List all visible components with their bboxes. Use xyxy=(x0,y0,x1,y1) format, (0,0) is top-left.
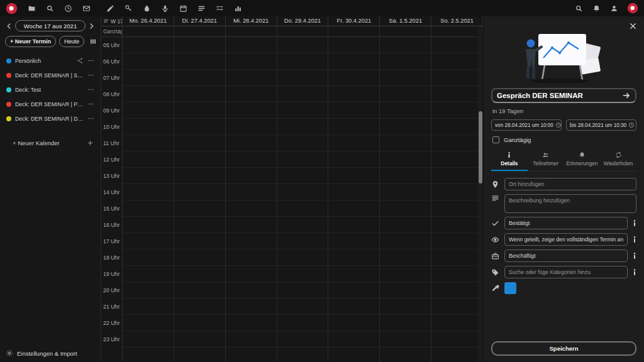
calendar-cell[interactable] xyxy=(277,135,329,151)
more-options-icon[interactable] xyxy=(87,101,94,107)
calendar-cell[interactable] xyxy=(277,331,329,348)
calendar-cell[interactable] xyxy=(431,250,483,266)
calendar-cell[interactable] xyxy=(277,282,329,299)
tab-teilnehmer[interactable]: Teilnehmer xyxy=(528,148,564,171)
calendar-cell[interactable] xyxy=(123,200,174,217)
bell-icon[interactable] xyxy=(592,4,601,13)
pencil-icon[interactable] xyxy=(106,4,114,13)
calendar-cell[interactable] xyxy=(174,200,226,217)
start-datetime-field[interactable]: von 28.04.2021 um 10:00 xyxy=(491,119,562,131)
calendar-cell[interactable] xyxy=(277,86,329,102)
calendar-cell[interactable] xyxy=(380,250,431,266)
calendar-cell[interactable] xyxy=(226,331,277,348)
calendar-cell[interactable] xyxy=(226,250,277,266)
calendar-cell[interactable] xyxy=(174,168,226,184)
calendar-cell[interactable] xyxy=(431,53,483,70)
calendar-cell[interactable] xyxy=(226,53,277,70)
calendar-cell[interactable] xyxy=(226,266,277,282)
calendar-cell[interactable] xyxy=(328,53,380,70)
allday-cell[interactable] xyxy=(431,26,483,36)
calendar-cell[interactable] xyxy=(431,70,483,86)
calendar-cell[interactable] xyxy=(226,217,277,233)
calendar-cell[interactable] xyxy=(123,53,174,70)
calendar-cell[interactable] xyxy=(380,53,431,70)
calendar-cell[interactable] xyxy=(380,315,431,331)
calendar-cell[interactable] xyxy=(328,70,380,86)
calendar-cell[interactable] xyxy=(431,331,483,348)
calendar-cell[interactable] xyxy=(380,331,431,348)
calendar-cell[interactable] xyxy=(380,299,431,315)
calendar-cell[interactable] xyxy=(226,299,277,315)
checkbox-icon[interactable] xyxy=(492,136,499,143)
calendar-cell[interactable] xyxy=(380,151,431,168)
calendar-cell[interactable] xyxy=(380,119,431,135)
calendar-cell[interactable] xyxy=(277,266,329,282)
app-logo-icon[interactable] xyxy=(6,3,18,14)
calendar-cell[interactable] xyxy=(174,70,226,86)
calendar-cell[interactable] xyxy=(277,299,329,315)
calendar-cell[interactable] xyxy=(277,200,329,217)
info-icon[interactable] xyxy=(633,219,636,227)
color-swatch[interactable] xyxy=(504,282,516,294)
new-event-button[interactable]: + Neuer Termin xyxy=(5,36,56,47)
droplet-icon[interactable] xyxy=(143,4,151,13)
calendar-cell[interactable] xyxy=(431,348,483,362)
calendar-cell[interactable] xyxy=(431,282,483,299)
info-icon[interactable] xyxy=(633,252,636,260)
calendar-cell[interactable] xyxy=(328,250,380,266)
mail-icon[interactable] xyxy=(82,4,91,13)
allday-cell[interactable] xyxy=(123,26,174,36)
calendar-list-item[interactable]: Deck: DER SEMINAR | Stunden xyxy=(5,68,96,82)
calendar-cell[interactable] xyxy=(226,315,277,331)
calendar-cell[interactable] xyxy=(174,53,226,70)
calendar-list-item[interactable]: Persönlich xyxy=(5,53,96,68)
calendar-cell[interactable] xyxy=(123,119,174,135)
calendar-cell[interactable] xyxy=(226,168,277,184)
calendar-cell[interactable] xyxy=(328,102,380,119)
calendar-icon[interactable] xyxy=(179,4,187,13)
calendar-cell[interactable] xyxy=(174,233,226,250)
calendar-cell[interactable] xyxy=(123,315,174,331)
calendar-cell[interactable] xyxy=(380,282,431,299)
save-button[interactable]: Speichern xyxy=(491,341,636,356)
avatar[interactable] xyxy=(627,3,638,14)
allday-cell[interactable] xyxy=(174,26,226,36)
list-lines-icon[interactable] xyxy=(197,4,206,13)
calendar-cell[interactable] xyxy=(226,348,277,362)
calendar-cell[interactable] xyxy=(380,348,431,362)
calendar-cell[interactable] xyxy=(123,135,174,151)
calendar-cell[interactable] xyxy=(123,102,174,119)
calendar-cell[interactable] xyxy=(123,37,174,53)
calendar-cell[interactable] xyxy=(328,184,380,200)
key-icon[interactable] xyxy=(125,4,133,13)
calendar-cell[interactable] xyxy=(226,200,277,217)
calendar-cell[interactable] xyxy=(174,184,226,200)
calendar-cell[interactable] xyxy=(431,151,483,168)
calendar-list-item[interactable]: Deck: Test xyxy=(5,82,96,97)
calendar-cell[interactable] xyxy=(328,233,380,250)
calendar-cell[interactable] xyxy=(328,315,380,331)
calendar-cell[interactable] xyxy=(328,135,380,151)
calendar-cell[interactable] xyxy=(123,266,174,282)
calendar-cell[interactable] xyxy=(431,233,483,250)
calendar-cell[interactable] xyxy=(380,233,431,250)
calendar-cell[interactable] xyxy=(123,184,174,200)
chevron-right-icon[interactable] xyxy=(87,22,96,30)
calendar-cell[interactable] xyxy=(431,168,483,184)
scrollbar-thumb[interactable] xyxy=(479,111,482,184)
calendar-cell[interactable] xyxy=(123,217,174,233)
calendar-cell[interactable] xyxy=(328,86,380,102)
new-calendar-button[interactable]: + Neuer Kalender xyxy=(5,140,96,146)
busy-select[interactable]: Beschäftigt xyxy=(504,250,628,262)
calendar-cell[interactable] xyxy=(380,102,431,119)
clock-icon[interactable] xyxy=(64,4,72,13)
calendar-cell[interactable] xyxy=(328,37,380,53)
calendar-cell[interactable] xyxy=(277,217,329,233)
calendar-cell[interactable] xyxy=(226,86,277,102)
calendar-cell[interactable] xyxy=(226,119,277,135)
calendar-cell[interactable] xyxy=(431,315,483,331)
calendar-cell[interactable] xyxy=(174,299,226,315)
event-title-field[interactable]: Gespräch DER SEMINAR xyxy=(491,88,636,103)
calendar-cell[interactable] xyxy=(226,37,277,53)
location-input[interactable]: Ort hinzufügen xyxy=(504,178,636,190)
